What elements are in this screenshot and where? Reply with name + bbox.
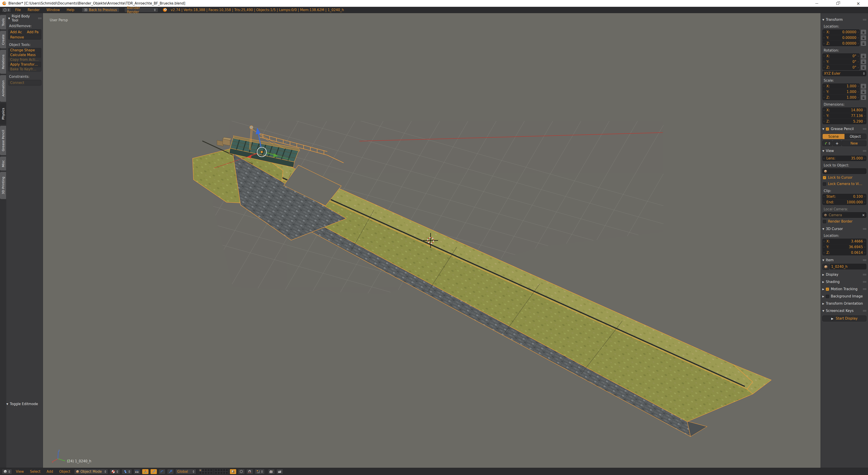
- menu-view[interactable]: View: [13, 470, 26, 474]
- layer-cell[interactable]: [217, 472, 220, 474]
- clip-start-field[interactable]: ‹Start:0.100›: [822, 194, 866, 199]
- orientation-dropdown[interactable]: Global: [176, 469, 196, 474]
- layer-group-1[interactable]: [199, 469, 213, 474]
- restore-button[interactable]: [834, 1, 841, 6]
- back-to-previous-button[interactable]: Back to Previous: [82, 7, 119, 12]
- scale-z-field[interactable]: ‹Z:1.000›: [822, 95, 860, 100]
- clear-camera-icon[interactable]: ×: [862, 213, 865, 217]
- opengl-render-button[interactable]: [268, 469, 275, 474]
- render-border-row[interactable]: Render Border: [823, 219, 866, 224]
- scale-x-field[interactable]: ‹X:1.000›: [822, 84, 860, 89]
- lock-icon[interactable]: [861, 95, 866, 100]
- location-z-field[interactable]: ‹Z:0.00000›: [822, 41, 860, 46]
- location-x-field[interactable]: ‹X:0.00000›: [822, 29, 860, 35]
- copy-from-active-button[interactable]: Copy from Acti…: [8, 57, 41, 62]
- cursor-z-field[interactable]: ‹Z:0.0614›: [822, 250, 866, 256]
- lock-to-scene-button[interactable]: [230, 469, 237, 474]
- background-image-panel-header[interactable]: ▶ Background Image: [822, 294, 866, 299]
- lock-icon[interactable]: [861, 41, 866, 46]
- gp-add-layer-button[interactable]: +: [833, 141, 841, 146]
- layer-cell[interactable]: [207, 472, 210, 474]
- translate-manipulator-button[interactable]: [150, 469, 157, 474]
- layer-group-2[interactable]: [215, 469, 228, 474]
- cursor-y-field[interactable]: ‹Y:36.6945›: [822, 244, 866, 250]
- lock-icon[interactable]: [861, 29, 866, 35]
- tab-create[interactable]: Create: [0, 31, 6, 49]
- lock-to-cursor-row[interactable]: ✓ Lock to Cursor: [823, 175, 866, 180]
- layer-cell[interactable]: [205, 469, 207, 471]
- remove-button[interactable]: Remove: [8, 35, 41, 39]
- bridge-object[interactable]: [193, 141, 771, 437]
- calculate-mass-button[interactable]: Calculate Mass: [8, 53, 41, 57]
- menu-help[interactable]: Help: [64, 7, 77, 12]
- clip-end-field[interactable]: ‹End:1000.000›: [822, 200, 866, 205]
- lock-camera-row[interactable]: Lock Camera to Vi…: [823, 181, 866, 187]
- gp-object-tab[interactable]: Object: [844, 134, 866, 139]
- render-engine-dropdown[interactable]: Blender Render: [124, 7, 158, 12]
- grease-pencil-checkbox[interactable]: ✓: [826, 127, 829, 131]
- display-panel-header[interactable]: ▶ Display: [822, 272, 866, 277]
- lock-to-cursor-checkbox[interactable]: ✓: [823, 176, 826, 179]
- motion-tracking-checkbox[interactable]: ✓: [826, 288, 829, 291]
- scale-manipulator-button[interactable]: [167, 469, 174, 474]
- minimize-button[interactable]: [813, 1, 820, 6]
- cursor-x-field[interactable]: ‹X:3.4666›: [822, 239, 866, 244]
- rotation-mode-dropdown[interactable]: XYZ Euler: [822, 71, 866, 76]
- editor-type-selector[interactable]: i: [2, 7, 11, 12]
- background-image-checkbox[interactable]: [826, 295, 829, 298]
- rotation-y-field[interactable]: ‹Y:0°›: [822, 59, 860, 64]
- menu-select[interactable]: Select: [28, 470, 43, 474]
- layer-cell[interactable]: [199, 469, 202, 471]
- scale-y-field[interactable]: ‹Y:1.000›: [822, 89, 860, 94]
- viewport-shading-dropdown[interactable]: [110, 469, 120, 474]
- manipulator-toggle-button[interactable]: [142, 469, 149, 474]
- bake-to-keyframes-button[interactable]: Bake To Keyfr…: [8, 67, 41, 71]
- shading-panel-header[interactable]: ▶ Shading: [822, 279, 866, 284]
- layer-cell[interactable]: [199, 472, 202, 474]
- snap-element-dropdown[interactable]: [255, 469, 265, 474]
- lock-icon[interactable]: [861, 59, 866, 64]
- grease-pencil-panel-header[interactable]: ▼ ✓ Grease Pencil: [822, 126, 866, 131]
- lock-camera-checkbox[interactable]: [823, 182, 826, 186]
- viewport-3d[interactable]: User Persp x y z (24) 1_0240_h: [43, 13, 820, 468]
- tab-relations[interactable]: Relations: [0, 50, 6, 74]
- viewport-canvas[interactable]: [43, 13, 820, 468]
- start-display-button[interactable]: ▶ Start Display: [822, 316, 866, 321]
- pivot-point-dropdown[interactable]: [122, 469, 132, 474]
- tab-3d-printing[interactable]: 3D Printing: [0, 172, 6, 199]
- item-name-field[interactable]: 1_0240_h: [830, 264, 866, 269]
- render-border-checkbox[interactable]: [823, 220, 826, 223]
- layer-cell[interactable]: [220, 472, 223, 474]
- menu-object[interactable]: Object: [57, 470, 72, 474]
- lens-field[interactable]: ‹Lens: 35.000›: [822, 156, 866, 161]
- manipulate-center-points-button[interactable]: [133, 469, 141, 474]
- layer-cell[interactable]: [217, 469, 220, 471]
- tab-tools[interactable]: Tools: [0, 15, 6, 29]
- motion-tracking-panel-header[interactable]: ▶ ✓ Motion Tracking: [822, 287, 866, 292]
- layer-cell[interactable]: [223, 472, 225, 474]
- opengl-render-animation-button[interactable]: [276, 469, 283, 474]
- layer-cell[interactable]: [225, 469, 228, 471]
- apply-transform-button[interactable]: Apply Transfor…: [8, 62, 41, 67]
- transform-orientation-panel-header[interactable]: ▶ Transform Orientation: [822, 301, 866, 306]
- lock-icon[interactable]: [861, 89, 866, 94]
- layer-cell[interactable]: [215, 469, 217, 471]
- layer-cell[interactable]: [202, 472, 204, 474]
- mode-dropdown[interactable]: Object Mode: [74, 469, 108, 474]
- tab-grease-pencil[interactable]: Grease Pencil: [0, 126, 6, 155]
- layer-cell[interactable]: [202, 469, 204, 471]
- menu-file[interactable]: File: [12, 7, 24, 12]
- menu-add[interactable]: Add: [44, 470, 55, 474]
- proportional-edit-button[interactable]: [238, 469, 245, 474]
- close-button[interactable]: ×: [855, 1, 862, 6]
- redo-panel-header[interactable]: ▼ Toggle Editmode: [6, 402, 48, 407]
- lock-icon[interactable]: [861, 35, 866, 40]
- item-panel-header[interactable]: ▼ Item: [822, 258, 866, 263]
- add-active-button[interactable]: Add Ac: [8, 29, 25, 35]
- location-y-field[interactable]: ‹Y:0.00000›: [822, 35, 860, 40]
- menu-window[interactable]: Window: [44, 7, 63, 12]
- layer-cell[interactable]: [225, 472, 228, 474]
- rotation-z-field[interactable]: ‹Z:0°›: [822, 65, 860, 70]
- rigid-body-tools-panel-header[interactable]: ▼ Rigid Body Tool: [8, 16, 41, 21]
- gp-draw-tool-button[interactable]: [822, 141, 832, 146]
